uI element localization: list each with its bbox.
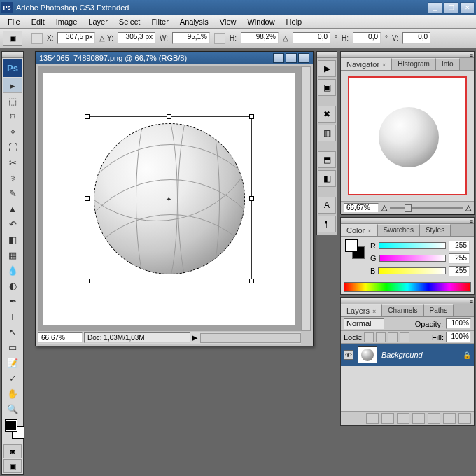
doc-minimize[interactable]: [273, 53, 284, 63]
dock-brushes-icon[interactable]: ✖: [318, 106, 336, 122]
tab-info[interactable]: Info: [436, 58, 460, 70]
y-field[interactable]: 305,3 px: [118, 32, 155, 44]
b-slider[interactable]: [378, 267, 446, 274]
navigator-zoom-field[interactable]: 66,67%: [344, 203, 379, 213]
layer-group-icon[interactable]: [428, 413, 440, 424]
color-swatch[interactable]: [4, 418, 22, 443]
handle-nw[interactable]: [85, 114, 90, 119]
tab-histogram[interactable]: Histogram: [392, 58, 436, 70]
brush-tool[interactable]: ✎: [3, 186, 22, 201]
b-value[interactable]: 255: [449, 266, 470, 276]
lock-pixels-icon[interactable]: [376, 332, 386, 342]
doc-close[interactable]: [298, 53, 309, 63]
heal-tool[interactable]: ⚕: [3, 170, 22, 186]
new-layer-icon[interactable]: [443, 413, 456, 424]
handle-n[interactable]: [167, 114, 172, 119]
zoom-tool[interactable]: 🔍: [3, 401, 22, 416]
stamp-tool[interactable]: ▲: [3, 201, 22, 216]
close-button[interactable]: ✕: [460, 2, 475, 14]
scrollbar-h[interactable]: [200, 333, 301, 343]
path-tool[interactable]: ↖: [3, 324, 22, 340]
adjustment-layer-icon[interactable]: [412, 413, 425, 424]
x-field[interactable]: 307,5 px: [57, 32, 95, 44]
scrollbar-v[interactable]: [301, 66, 311, 331]
w-field[interactable]: 95,1%: [172, 32, 210, 44]
angle-field[interactable]: 0,0: [293, 32, 330, 44]
panel-menu-icon[interactable]: ≡: [470, 218, 473, 225]
dock-layer-comps-icon[interactable]: ◧: [318, 170, 336, 187]
fill-field[interactable]: 100%: [446, 332, 471, 342]
tab-navigator[interactable]: Navigator×: [341, 58, 392, 70]
notes-tool[interactable]: 📝: [3, 355, 22, 370]
menu-image[interactable]: Image: [51, 16, 83, 27]
tab-layers[interactable]: Layers×: [341, 304, 382, 316]
handle-e[interactable]: [249, 196, 254, 201]
transform-box[interactable]: ✦: [87, 116, 252, 281]
link-layers-icon[interactable]: [366, 413, 379, 424]
menu-window[interactable]: Window: [242, 16, 279, 27]
tab-paths[interactable]: Paths: [424, 304, 454, 316]
color-swatches[interactable]: [345, 239, 365, 259]
handle-s[interactable]: [167, 279, 172, 284]
handle-se[interactable]: [249, 279, 254, 284]
opacity-field[interactable]: 100%: [446, 318, 471, 329]
panel-menu-icon[interactable]: ≡: [470, 298, 473, 305]
menu-filter[interactable]: Filter: [146, 16, 173, 27]
tool-preset[interactable]: ▣: [3, 31, 22, 46]
vskew-field[interactable]: 0,0: [402, 32, 430, 44]
shape-tool[interactable]: ▭: [3, 340, 22, 355]
crop-tool[interactable]: ⛶: [3, 139, 22, 155]
h-field[interactable]: 98,2%: [241, 32, 279, 44]
visibility-icon[interactable]: 👁: [344, 350, 354, 360]
lock-transparent-icon[interactable]: [364, 332, 374, 342]
zoom-out-icon[interactable]: △: [382, 203, 387, 212]
menu-view[interactable]: View: [215, 16, 241, 27]
lock-all-icon[interactable]: [400, 332, 410, 342]
menu-analysis[interactable]: Analysis: [175, 16, 214, 27]
menu-file[interactable]: File: [3, 16, 25, 27]
quickmask-button[interactable]: ◙: [4, 444, 22, 458]
menu-edit[interactable]: Edit: [27, 16, 50, 27]
menu-select[interactable]: Select: [114, 16, 146, 27]
eraser-tool[interactable]: ◧: [3, 232, 22, 247]
info-arrow-icon[interactable]: ▶: [192, 333, 197, 342]
move-tool[interactable]: ▸: [3, 78, 22, 93]
zoom-field[interactable]: 66,67%: [38, 332, 83, 343]
menu-layer[interactable]: Layer: [83, 16, 113, 27]
minimize-button[interactable]: _: [428, 2, 442, 14]
handle-ne[interactable]: [249, 114, 254, 119]
lock-position-icon[interactable]: [388, 332, 398, 342]
blend-mode-select[interactable]: Normal: [344, 318, 384, 330]
tab-styles[interactable]: Styles: [420, 224, 451, 236]
history-brush-tool[interactable]: ↶: [3, 216, 22, 232]
center-point[interactable]: ✦: [166, 195, 173, 202]
eyedropper-tool[interactable]: ✓: [3, 370, 22, 386]
doc-restore[interactable]: [286, 53, 297, 63]
reference-point-icon[interactable]: [31, 33, 43, 44]
dodge-tool[interactable]: ◐: [3, 278, 22, 293]
panel-menu-icon[interactable]: ≡: [470, 52, 473, 59]
dock-character-icon[interactable]: A: [318, 197, 336, 214]
tab-swatches[interactable]: Swatches: [378, 224, 420, 236]
type-tool[interactable]: T: [3, 309, 22, 324]
lasso-tool[interactable]: ⌑: [3, 108, 22, 124]
link-wh-icon[interactable]: [214, 33, 225, 44]
pen-tool[interactable]: ✒: [3, 293, 22, 309]
layer-background[interactable]: 👁 Background 🔒: [341, 344, 474, 366]
tab-color[interactable]: Color×: [341, 224, 378, 236]
tab-channels[interactable]: Channels: [382, 304, 424, 316]
menu-help[interactable]: Help: [281, 16, 307, 27]
canvas[interactable]: ✦: [43, 73, 295, 325]
dock-history-icon[interactable]: ▶: [318, 60, 336, 77]
restore-button[interactable]: ❐: [444, 2, 458, 14]
layer-style-icon[interactable]: [382, 413, 394, 424]
screenmode-button[interactable]: ▣: [4, 459, 22, 473]
r-value[interactable]: 255: [449, 241, 470, 251]
g-value[interactable]: 255: [449, 253, 470, 264]
layer-mask-icon[interactable]: [397, 413, 410, 424]
navigator-preview[interactable]: [348, 76, 467, 195]
zoom-in-icon[interactable]: △: [465, 203, 471, 212]
dock-actions-icon[interactable]: ▣: [318, 79, 336, 96]
g-slider[interactable]: [379, 255, 446, 262]
handle-w[interactable]: [85, 196, 90, 201]
